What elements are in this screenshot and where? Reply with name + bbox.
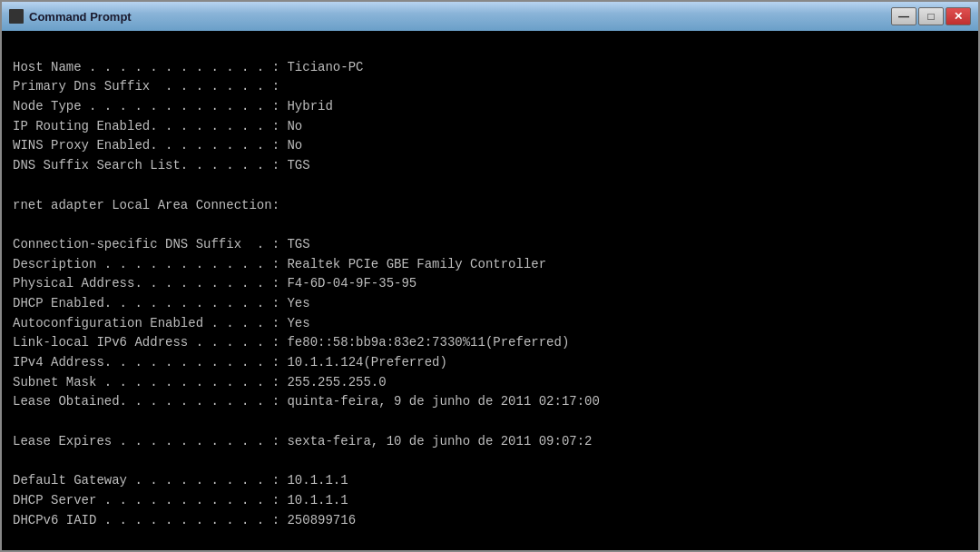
terminal-line: DNS Suffix Search List. . . . . . : TGS: [13, 156, 967, 176]
window-icon: [9, 9, 24, 24]
terminal-line: Default Gateway . . . . . . . . . : 10.1…: [13, 471, 967, 491]
title-bar-buttons: — □ ✕: [891, 7, 971, 25]
terminal-line: IP Routing Enabled. . . . . . . . : No: [13, 117, 967, 137]
maximize-button[interactable]: □: [918, 7, 944, 25]
terminal-line: Node Type . . . . . . . . . . . . : Hybr…: [13, 97, 967, 117]
terminal-line: rnet adapter Local Area Connection:: [13, 196, 967, 216]
terminal-line: Primary Dns Suffix . . . . . . . :: [13, 77, 967, 97]
title-bar: Command Prompt — □ ✕: [2, 2, 978, 31]
terminal-line: DHCP Enabled. . . . . . . . . . . : Yes: [13, 294, 967, 314]
terminal-line: DHCPv6 IAID . . . . . . . . . . . : 2508…: [13, 511, 967, 531]
terminal-output: Host Name . . . . . . . . . . . . : Tici…: [13, 38, 967, 530]
terminal-line: Subnet Mask . . . . . . . . . . . : 255.…: [13, 373, 967, 393]
terminal-line: IPv4 Address. . . . . . . . . . . : 10.1…: [13, 353, 967, 373]
terminal-line: Host Name . . . . . . . . . . . . : Tici…: [13, 58, 967, 78]
terminal-line: Autoconfiguration Enabled . . . . : Yes: [13, 314, 967, 334]
terminal-line: WINS Proxy Enabled. . . . . . . . : No: [13, 136, 967, 156]
cmd-window: Command Prompt — □ ✕ Host Name . . . . .…: [0, 0, 980, 552]
title-bar-left: Command Prompt: [9, 9, 132, 24]
terminal-line: Link-local IPv6 Address . . . . . : fe80…: [13, 333, 967, 353]
close-button[interactable]: ✕: [946, 7, 971, 25]
terminal-line: [13, 412, 967, 432]
terminal-line: Lease Expires . . . . . . . . . . : sext…: [13, 432, 967, 452]
window-title: Command Prompt: [29, 10, 132, 24]
minimize-button[interactable]: —: [891, 7, 916, 25]
terminal-line: [13, 38, 967, 58]
terminal-line: Description . . . . . . . . . . . : Real…: [13, 255, 967, 275]
terminal-line: Lease Obtained. . . . . . . . . . : quin…: [13, 392, 967, 412]
terminal-line: Connection-specific DNS Suffix . : TGS: [13, 235, 967, 255]
terminal-line: [13, 176, 967, 196]
terminal-content: Host Name . . . . . . . . . . . . : Tici…: [2, 31, 978, 550]
terminal-line: [13, 451, 967, 471]
terminal-line: DHCP Server . . . . . . . . . . . : 10.1…: [13, 491, 967, 511]
terminal-line: [13, 215, 967, 235]
terminal-line: Physical Address. . . . . . . . . : F4-6…: [13, 274, 967, 294]
